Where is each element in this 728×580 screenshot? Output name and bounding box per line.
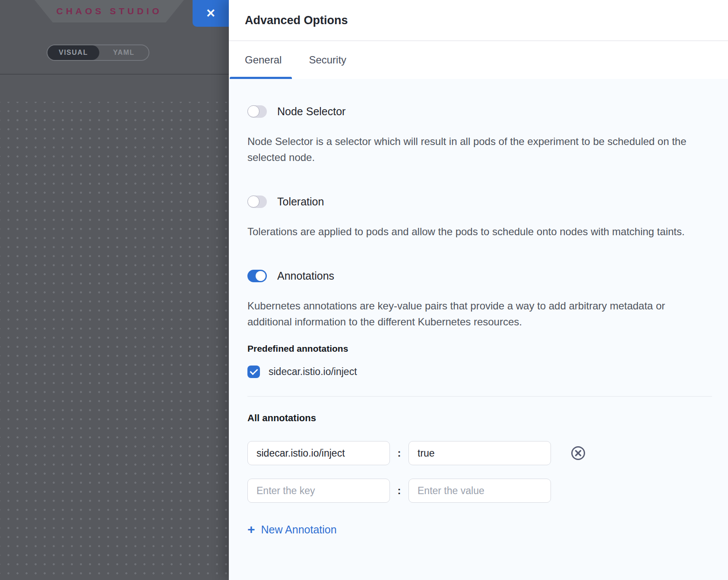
toolbar-divider — [0, 74, 229, 75]
toggle-knob — [247, 105, 260, 117]
annotations-label: Annotations — [277, 270, 334, 282]
drawer-content: Node Selector Node Selector is a selecto… — [229, 79, 728, 536]
close-drawer-button[interactable]: ✕ — [193, 0, 229, 27]
advanced-options-drawer: Advanced Options General Security Node S… — [229, 0, 728, 580]
annotations-section: Annotations Kubernetes annotations are k… — [247, 270, 711, 536]
section-divider — [247, 396, 712, 397]
toleration-description: Tolerations are applied to pods and allo… — [247, 224, 701, 240]
annotation-key-input[interactable] — [247, 479, 390, 503]
toleration-section: Toleration Tolerations are applied to po… — [247, 195, 711, 240]
drawer-header: Advanced Options — [229, 0, 728, 41]
predefined-annotations-heading: Predefined annotations — [247, 344, 711, 354]
tab-general[interactable]: General — [229, 41, 294, 79]
annotations-toggle[interactable] — [247, 270, 267, 282]
new-annotation-label: New Annotation — [261, 523, 337, 536]
tab-security[interactable]: Security — [309, 41, 346, 79]
toggle-knob — [247, 195, 260, 208]
close-icon: ✕ — [206, 6, 216, 20]
toleration-toggle[interactable] — [247, 195, 267, 208]
remove-annotation-icon — [571, 446, 586, 460]
experiment-canvas — [0, 102, 229, 580]
toleration-label: Toleration — [277, 195, 324, 208]
annotation-value-input[interactable] — [408, 441, 551, 465]
node-selector-section: Node Selector Node Selector is a selecto… — [247, 105, 711, 165]
visual-mode-button[interactable]: VISUAL — [47, 45, 99, 60]
annotations-row: Annotations — [247, 270, 711, 282]
studio-banner: CHAOS STUDIO — [35, 0, 184, 22]
drawer-title: Advanced Options — [245, 14, 348, 27]
annotation-row: : — [247, 479, 711, 503]
annotation-value-input[interactable] — [408, 479, 551, 503]
chaos-studio-screen: CHAOS STUDIO VISUAL YAML ✕ Advanced Opti… — [0, 0, 728, 580]
annotation-key-input[interactable] — [247, 441, 390, 465]
annotation-row: : — [247, 441, 711, 465]
toleration-row: Toleration — [247, 195, 711, 208]
yaml-mode-button[interactable]: YAML — [99, 49, 149, 57]
remove-annotation-button[interactable] — [571, 446, 586, 460]
plus-icon: + — [247, 523, 255, 536]
node-selector-row: Node Selector — [247, 105, 711, 118]
new-annotation-button[interactable]: + New Annotation — [247, 523, 711, 536]
predefined-annotation-item: sidecar.istio.io/inject — [247, 366, 711, 378]
sidecar-inject-checkbox[interactable] — [247, 366, 260, 378]
drawer-tabbar: General Security — [229, 41, 728, 79]
key-value-separator: : — [390, 447, 408, 459]
key-value-separator: : — [390, 485, 408, 497]
annotations-description: Kubernetes annotations are key-value pai… — [247, 298, 701, 330]
all-annotations-heading: All annotations — [247, 413, 711, 424]
node-selector-toggle[interactable] — [247, 105, 267, 118]
view-mode-toggle[interactable]: VISUAL YAML — [47, 44, 149, 61]
node-selector-label: Node Selector — [277, 105, 345, 118]
studio-title: CHAOS STUDIO — [56, 6, 162, 16]
sidecar-inject-label: sidecar.istio.io/inject — [269, 366, 357, 378]
toggle-knob — [256, 271, 266, 281]
node-selector-description: Node Selector is a selector which will r… — [247, 133, 701, 165]
